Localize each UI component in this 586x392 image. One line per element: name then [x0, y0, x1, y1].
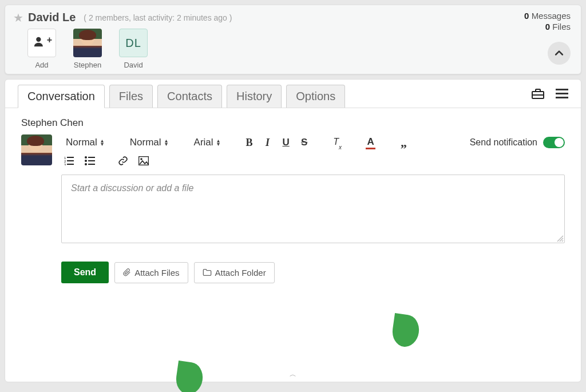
richtext-toolbar: Normal ▴▾ Normal ▴▾ Arial ▴▾ [61, 134, 565, 151]
svg-rect-2 [536, 89, 540, 92]
briefcase-icon[interactable] [530, 86, 545, 101]
svg-point-17 [140, 158, 142, 160]
clear-formatting-button[interactable]: Tx [330, 134, 346, 151]
strikethrough-button[interactable]: S [296, 134, 312, 151]
svg-point-10 [85, 156, 87, 159]
italic-button[interactable]: I [260, 134, 276, 151]
sort-arrows-icon: ▴▾ [101, 139, 104, 146]
workspace-header: ★ David Le ( 2 members, last activity: 2… [5, 5, 581, 74]
person-icon [34, 36, 45, 47]
member-label: David [124, 61, 142, 69]
svg-rect-15 [88, 164, 95, 165]
menu-icon[interactable] [555, 86, 569, 101]
svg-rect-9 [67, 164, 74, 165]
tab-history[interactable]: History [227, 85, 282, 108]
plus-icon: + [47, 35, 52, 45]
workspace-meta: ( 2 members, last activity: 2 minutes ag… [84, 13, 232, 22]
svg-rect-5 [67, 157, 74, 158]
notify-label: Send notification [470, 137, 537, 148]
svg-rect-3 [532, 94, 544, 96]
add-member-button[interactable]: + [27, 29, 56, 57]
paperclip-icon [123, 268, 131, 277]
tab-conversation[interactable]: Conversation [18, 85, 105, 108]
image-button[interactable] [136, 153, 152, 169]
svg-point-0 [36, 37, 41, 42]
expand-down-handle[interactable]: ︿ [290, 370, 296, 379]
message-editor[interactable]: Start a discussion or add a file [61, 175, 565, 243]
resize-handle-icon[interactable] [557, 235, 564, 242]
collapse-button[interactable] [548, 42, 571, 65]
favorite-star-icon[interactable]: ★ [13, 12, 23, 23]
blockquote-button[interactable]: „ [396, 134, 412, 151]
compose-avatar [21, 134, 52, 165]
sort-arrows-icon: ▴▾ [165, 139, 168, 146]
attach-folder-button[interactable]: Attach Folder [194, 262, 275, 283]
tab-contacts[interactable]: Contacts [157, 85, 222, 108]
member-avatar-david[interactable]: DL [119, 29, 148, 57]
font-select[interactable]: Arial ▴▾ [189, 137, 224, 148]
underline-button[interactable]: U [278, 134, 294, 151]
folder-icon [203, 268, 212, 276]
attach-files-button[interactable]: Attach Files [114, 262, 188, 283]
notify-toggle[interactable] [543, 137, 565, 148]
add-member-label: Add [35, 61, 48, 69]
svg-rect-7 [67, 160, 74, 161]
messages-count: 0 Messages [524, 11, 571, 21]
style-select[interactable]: Normal ▴▾ [61, 137, 108, 148]
link-button[interactable] [115, 153, 131, 169]
svg-rect-13 [88, 160, 95, 161]
chevron-up-icon [553, 47, 565, 59]
main-panel: Conversation Files Contacts History Opti… [5, 79, 581, 382]
tab-files[interactable]: Files [109, 85, 153, 108]
svg-point-12 [85, 160, 87, 162]
bold-button[interactable]: B [241, 134, 258, 151]
unordered-list-button[interactable] [82, 153, 98, 169]
svg-text:3: 3 [64, 163, 66, 165]
member-label: Stephen [74, 61, 101, 69]
member-avatar-stephen[interactable] [73, 29, 102, 57]
text-color-button[interactable]: A [363, 134, 379, 151]
ordered-list-button[interactable]: 123 [61, 153, 77, 169]
sort-arrows-icon: ▴▾ [217, 139, 220, 146]
tab-options[interactable]: Options [286, 85, 345, 108]
files-count: 0 Files [524, 22, 571, 31]
size-select[interactable]: Normal ▴▾ [125, 137, 172, 148]
send-button[interactable]: Send [61, 262, 109, 283]
svg-point-14 [85, 163, 87, 165]
svg-rect-11 [88, 157, 95, 158]
tab-bar: Conversation Files Contacts History Opti… [5, 80, 581, 108]
compose-sender-name: Stephen Chen [21, 117, 565, 129]
workspace-title: David Le [28, 11, 76, 24]
